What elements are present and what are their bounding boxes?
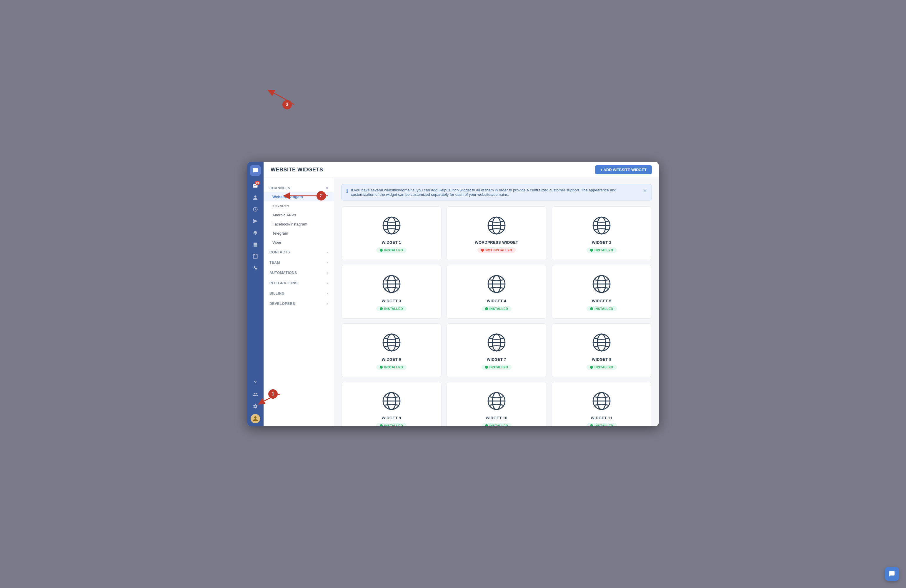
widget-status-badge: INSTALLED (587, 365, 617, 370)
globe-icon (591, 215, 612, 236)
team-nav-icon[interactable] (250, 389, 261, 400)
widget-status-badge: INSTALLED (482, 423, 512, 426)
contacts-nav-section[interactable]: CONTACTS › (263, 247, 334, 257)
settings-nav-icon[interactable] (250, 401, 261, 412)
automations-nav-section[interactable]: AUTOMATIONS › (263, 268, 334, 278)
widget-card-3[interactable]: WIDGET 2 INSTALLED (552, 206, 652, 260)
widget-name: WIDGET 6 (382, 357, 401, 362)
widget-card-11[interactable]: WIDGET 10 INSTALLED (446, 382, 547, 426)
widget-card-10[interactable]: WIDGET 9 INSTALLED (341, 382, 442, 426)
left-nav: CHANNELS ▾ Website Widgets 2 iOS APPs (263, 178, 334, 426)
developers-nav-section[interactable]: DEVELOPERS › (263, 298, 334, 309)
widget-card-7[interactable]: WIDGET 6 INSTALLED (341, 323, 442, 377)
status-dot-icon (380, 249, 383, 252)
globe-icon (591, 390, 612, 412)
widget-name: WIDGET 8 (592, 357, 611, 362)
bottom-icons: ? (250, 378, 261, 426)
website-widgets-nav-item[interactable]: Website Widgets 2 (263, 192, 334, 201)
globe-icon (591, 273, 612, 295)
widget-name: WIDGET 10 (486, 416, 507, 420)
developers-chevron: › (327, 301, 328, 306)
add-website-widget-button[interactable]: + ADD WEBSITE WIDGET (595, 165, 652, 174)
content-wrapper: CHANNELS ▾ Website Widgets 2 iOS APPs (263, 178, 659, 426)
integrations-nav-section[interactable]: INTEGRATIONS › (263, 278, 334, 288)
widget-status-badge: INSTALLED (587, 306, 617, 311)
status-dot-icon (485, 366, 488, 369)
status-dot-icon (485, 307, 488, 310)
layers-nav-icon[interactable] (250, 228, 261, 238)
inbox-nav-icon[interactable]: 18 (250, 180, 261, 191)
viber-nav-item[interactable]: Viber (263, 238, 334, 247)
team-chevron: › (327, 260, 328, 265)
book-nav-icon[interactable] (250, 251, 261, 262)
send-nav-icon[interactable] (250, 216, 261, 226)
widget-card-12[interactable]: WIDGET 11 INSTALLED (552, 382, 652, 426)
widget-status-badge: INSTALLED (587, 247, 617, 253)
widget-status-badge: INSTALLED (376, 423, 407, 426)
page-title: WEBSITE WIDGETS (271, 167, 323, 173)
widget-name: WIDGET 9 (382, 416, 401, 420)
widget-name: WIDGET 1 (382, 240, 401, 245)
status-dot-icon (380, 424, 383, 426)
widget-card-2[interactable]: WORDPRESS WIDGET NOT INSTALLED (446, 206, 547, 260)
clock-nav-icon[interactable] (250, 204, 261, 215)
user-avatar[interactable] (250, 414, 260, 423)
widget-card-6[interactable]: WIDGET 5 INSTALLED (552, 265, 652, 319)
logo-icon[interactable] (250, 165, 261, 176)
widget-grid: WIDGET 1 INSTALLED WORDPRESS WIDGET NOT … (341, 206, 652, 426)
channels-section-header[interactable]: CHANNELS ▾ (263, 183, 334, 192)
status-dot-icon (590, 249, 593, 252)
channels-chevron: ▾ (326, 186, 328, 191)
status-dot-icon (485, 424, 488, 426)
widget-status-badge: INSTALLED (482, 306, 512, 311)
contacts-chevron: › (327, 250, 328, 254)
activity-nav-icon[interactable] (250, 263, 261, 273)
globe-icon (486, 390, 507, 412)
widget-status-badge: INSTALLED (587, 423, 617, 426)
inbox-badge: 18 (255, 181, 260, 185)
widget-name: WIDGET 2 (592, 240, 611, 245)
facebook-instagram-nav-item[interactable]: Facebook/Instagram (263, 220, 334, 229)
widget-card-8[interactable]: WIDGET 7 INSTALLED (446, 323, 547, 377)
globe-icon (381, 273, 402, 295)
widget-card-5[interactable]: WIDGET 4 INSTALLED (446, 265, 547, 319)
annotation-2: 2 (316, 191, 334, 201)
team-nav-section[interactable]: TEAM › (263, 257, 334, 268)
widget-card-4[interactable]: WIDGET 3 INSTALLED (341, 265, 442, 319)
info-icon: ℹ (346, 188, 348, 194)
globe-icon (381, 390, 402, 412)
status-dot-icon (481, 249, 484, 252)
widget-status-badge: INSTALLED (376, 365, 407, 370)
globe-icon (381, 332, 402, 353)
status-dot-icon (380, 307, 383, 310)
top-header: WEBSITE WIDGETS + ADD WEBSITE WIDGET (263, 162, 659, 178)
automations-chevron: › (327, 271, 328, 275)
telegram-nav-item[interactable]: Telegram (263, 229, 334, 238)
status-dot-icon (590, 366, 593, 369)
widget-card-9[interactable]: WIDGET 8 INSTALLED (552, 323, 652, 377)
icon-sidebar: 18 ? (247, 162, 263, 426)
billing-nav-section[interactable]: BILLING › (263, 288, 334, 298)
globe-icon (486, 273, 507, 295)
widget-card-1[interactable]: WIDGET 1 INSTALLED (341, 206, 442, 260)
main-content: ℹ If you have several websites/domains, … (334, 178, 659, 426)
status-dot-icon (380, 366, 383, 369)
contacts-nav-icon[interactable] (250, 192, 261, 203)
widget-name: WIDGET 11 (591, 416, 613, 420)
widget-name: WIDGET 7 (487, 357, 506, 362)
globe-icon (381, 215, 402, 236)
globe-icon (591, 332, 612, 353)
annotation-3: 3 (282, 100, 318, 109)
help-nav-icon[interactable]: ? (250, 378, 261, 388)
banner-close-button[interactable]: ✕ (643, 188, 647, 193)
app-container: 18 ? (247, 162, 659, 426)
ios-apps-nav-item[interactable]: iOS APPs (263, 201, 334, 210)
widget-status-badge: INSTALLED (482, 365, 512, 370)
info-banner: ℹ If you have several websites/domains, … (341, 184, 652, 201)
android-apps-nav-item[interactable]: Android APPs (263, 210, 334, 220)
monitor-nav-icon[interactable] (250, 239, 261, 250)
widget-name: WIDGET 4 (487, 299, 506, 303)
status-dot-icon (590, 424, 593, 426)
integrations-chevron: › (327, 281, 328, 285)
widget-status-badge: INSTALLED (376, 247, 407, 253)
